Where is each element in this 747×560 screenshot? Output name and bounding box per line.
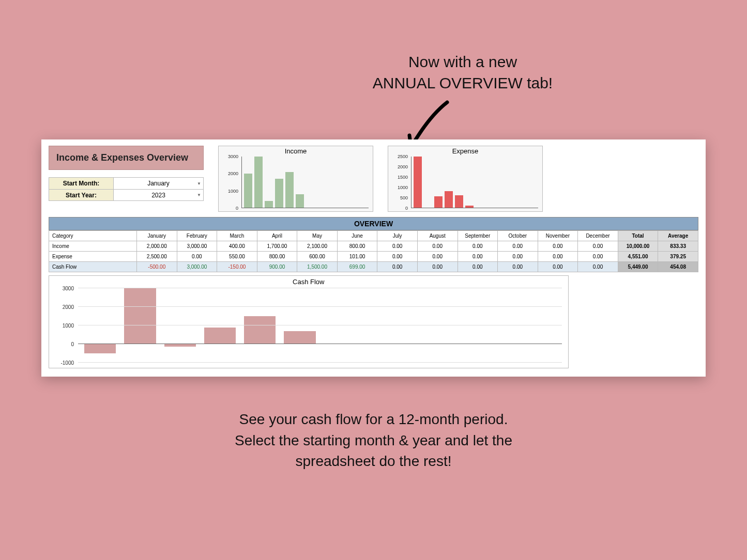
table-cell[interactable]: 0.00 [377, 262, 418, 272]
expense-bars [411, 157, 538, 208]
row-label: Income [49, 241, 137, 252]
average-cell: 454.08 [658, 262, 698, 272]
table-cell[interactable]: 0.00 [177, 252, 217, 262]
table-cell[interactable]: 0.00 [498, 252, 538, 262]
table-header-cell: November [538, 231, 578, 241]
table-cell[interactable]: 400.00 [217, 241, 257, 252]
total-cell: 5,449.00 [618, 262, 658, 272]
table-cell[interactable]: 2,100.00 [297, 241, 338, 252]
table-cell[interactable]: 0.00 [377, 241, 418, 252]
table-cell[interactable]: 0.00 [417, 241, 458, 252]
row-label: Expense [49, 252, 137, 262]
table-header-cell: December [578, 231, 618, 241]
chart-bar [265, 201, 273, 208]
table-cell[interactable]: 0.00 [498, 262, 538, 272]
table-cell[interactable]: 0.00 [538, 262, 578, 272]
table-cell[interactable]: 550.00 [217, 252, 257, 262]
footer-line1: See your cash flow for a 12-month period… [141, 409, 606, 430]
table-cell[interactable]: 0.00 [498, 241, 538, 252]
table-cell[interactable]: 0.00 [538, 252, 578, 262]
table-header-cell: January [137, 231, 177, 241]
cashflow-plot-area [78, 288, 562, 363]
spreadsheet-panel: Income & Expenses Overview Start Month: … [41, 139, 706, 377]
cashflow-y-axis: -10000100020003000 [51, 288, 75, 363]
table-header-cell: September [458, 231, 498, 241]
expense-y-axis: 05001000150020002500 [389, 157, 409, 208]
footer-description: See your cash flow for a 12-month period… [141, 409, 606, 472]
table-cell[interactable]: 800.00 [337, 241, 377, 252]
chart-bar [254, 157, 263, 208]
table-header-cell: March [217, 231, 257, 241]
overview-header: OVERVIEW [49, 217, 698, 230]
table-header-cell: Category [49, 231, 137, 241]
table-cell[interactable]: 1,500.00 [297, 262, 338, 272]
cashflow-bars [78, 288, 562, 363]
table-cell[interactable]: 0.00 [458, 252, 498, 262]
table-header-cell: August [417, 231, 458, 241]
chart-bar [204, 328, 236, 344]
table-cell[interactable]: 0.00 [377, 252, 418, 262]
total-cell: 4,551.00 [618, 252, 658, 262]
table-cell[interactable]: -500.00 [137, 262, 177, 272]
footer-line3: spreadsheet do the rest! [141, 451, 606, 472]
table-cell[interactable]: 3,000.00 [177, 241, 217, 252]
table-header-cell: April [257, 231, 297, 241]
table-cell[interactable]: -150.00 [217, 262, 257, 272]
table-header-cell: Total [618, 231, 658, 241]
table-row-income: Income2,000.003,000.00400.001,700.002,10… [49, 241, 698, 252]
start-month-label: Start Month: [49, 178, 114, 189]
average-cell: 379.25 [658, 252, 698, 262]
top-row: Income & Expenses Overview Start Month: … [49, 146, 698, 212]
total-cell: 10,000.00 [618, 241, 658, 252]
chart-bar [445, 191, 453, 208]
chart-bar [124, 288, 156, 344]
table-cell[interactable]: 699.00 [337, 262, 377, 272]
chart-bar [244, 174, 252, 208]
table-cell[interactable]: 600.00 [297, 252, 338, 262]
callout-line2: ANNUAL OVERVIEW tab! [352, 73, 574, 94]
table-cell[interactable]: 3,000.00 [177, 262, 217, 272]
table-header-cell: February [177, 231, 217, 241]
income-bars [242, 157, 369, 208]
table-cell[interactable]: 101.00 [337, 252, 377, 262]
chart-bar [244, 316, 276, 344]
table-cell[interactable]: 0.00 [578, 241, 618, 252]
table-cell[interactable]: 1,700.00 [257, 241, 297, 252]
page-title: Income & Expenses Overview [49, 146, 204, 170]
table-cell[interactable]: 2,500.00 [137, 252, 177, 262]
start-year-value: 2023 [151, 192, 165, 199]
table-cell[interactable]: 0.00 [417, 252, 458, 262]
table-header-cell: May [297, 231, 338, 241]
table-cell[interactable]: 0.00 [417, 262, 458, 272]
start-month-value: January [147, 180, 170, 187]
table-cell[interactable]: 0.00 [578, 252, 618, 262]
table-cell[interactable]: 0.00 [458, 262, 498, 272]
callout-line1: Now with a new [352, 52, 574, 73]
chart-bar [434, 196, 443, 208]
table-cell[interactable]: 0.00 [458, 241, 498, 252]
table-header-cell: July [377, 231, 418, 241]
start-month-dropdown[interactable]: January ▼ [114, 178, 203, 189]
table-cell[interactable]: 2,000.00 [137, 241, 177, 252]
start-year-label: Start Year: [49, 190, 114, 200]
income-chart: Income 0100020003000 [218, 146, 373, 212]
chevron-down-icon: ▼ [197, 181, 201, 186]
table-row-cashflow: Cash Flow-500.003,000.00-150.00900.001,5… [49, 262, 698, 272]
table-header-cell: Average [658, 231, 698, 241]
chart-bar [84, 344, 116, 353]
filter-start-year: Start Year: 2023 ▼ [49, 189, 203, 200]
table-cell[interactable]: 0.00 [578, 262, 618, 272]
title-and-filters: Income & Expenses Overview Start Month: … [49, 146, 204, 201]
table-cell[interactable]: 0.00 [538, 241, 578, 252]
overview-table: CategoryJanuaryFebruaryMarchAprilMayJune… [49, 230, 698, 272]
filters: Start Month: January ▼ Start Year: 2023 … [49, 177, 204, 201]
table-cell[interactable]: 900.00 [257, 262, 297, 272]
start-year-dropdown[interactable]: 2023 ▼ [114, 190, 203, 200]
row-label: Cash Flow [49, 262, 137, 272]
chart-title: Expense [388, 146, 542, 155]
table-cell[interactable]: 800.00 [257, 252, 297, 262]
cashflow-chart: Cash Flow -10000100020003000 [49, 275, 569, 368]
average-cell: 833.33 [658, 241, 698, 252]
chart-bar [164, 344, 196, 347]
chart-bar [285, 172, 294, 208]
